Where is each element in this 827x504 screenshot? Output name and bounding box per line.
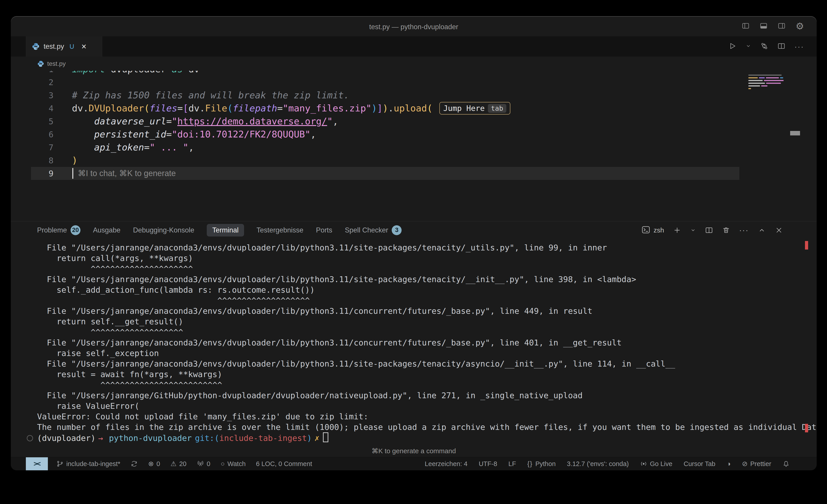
tab-test-py[interactable]: test.py U ×	[26, 37, 102, 57]
panel-tab-ports[interactable]: Ports	[316, 226, 332, 234]
status-theme-toggle[interactable]: ◑	[727, 460, 731, 467]
terminal-row: ^^^^^^^^^^^^^^^^^^^^^^^^^	[37, 380, 796, 390]
status-label: Watch	[228, 460, 246, 467]
status-ports[interactable]: 0	[197, 460, 210, 467]
layout-panel-icon[interactable]	[760, 22, 768, 31]
split-terminal-icon[interactable]	[705, 226, 713, 234]
code-line-3: 3# Zip has 1500 files and will break the…	[11, 89, 817, 102]
status-label: LF	[508, 460, 516, 467]
theme-icon: ◑	[727, 460, 731, 467]
line-number: 9	[11, 169, 53, 178]
titlebar: test.py — python-dvuploader ⚙	[11, 16, 817, 37]
terminal-content[interactable]: File "/Users/janrange/anaconda3/envs/dvu…	[37, 242, 796, 443]
terminal-error-marker	[805, 424, 808, 432]
code-line-4: 4dv.DVUploader(files=[dv.File(filepath="…	[11, 102, 817, 115]
status-label: include-tab-ingest*	[66, 460, 120, 467]
gear-icon[interactable]: ⚙	[795, 21, 804, 31]
terminal-row: File "/Users/janrange/anaconda3/envs/dvu…	[37, 337, 796, 348]
terminal-error-marker	[805, 241, 808, 249]
remote-icon: ><	[34, 460, 40, 467]
run-icon[interactable]	[728, 42, 736, 51]
breadcrumb-label: test.py	[47, 60, 66, 67]
jump-here-badge[interactable]: Jump Heretab	[439, 102, 510, 115]
breadcrumb[interactable]: test.py	[11, 57, 817, 71]
panel: Probleme20AusgabeDebugging-KonsoleTermin…	[11, 221, 817, 457]
status-warnings[interactable]: ⚠20	[171, 460, 186, 467]
layout-sidebar-left-icon[interactable]	[742, 22, 750, 31]
diff-icon[interactable]	[760, 42, 768, 51]
terminal-row: File "/Users/janrange/anaconda3/envs/dvu…	[37, 242, 796, 253]
close-icon[interactable]: ×	[81, 42, 86, 51]
terminal-row: File "/Users/janrange/anaconda3/envs/dvu…	[37, 306, 796, 316]
terminal-row: result = await fn(*args, **kwargs)	[37, 369, 796, 380]
status-eol[interactable]: LF	[508, 460, 516, 467]
terminal-row: raise self._exception	[37, 348, 796, 358]
code-line-6: 6 persistent_id="doi:10.70122/FK2/8QUQUB…	[11, 128, 817, 141]
panel-header: Probleme20AusgabeDebugging-KonsoleTermin…	[11, 221, 817, 239]
line-number: 6	[11, 130, 53, 139]
tabbar: test.py U × ···	[11, 37, 817, 57]
status-sync[interactable]	[131, 460, 138, 467]
terminal-row: return call(*args, **kwargs)	[37, 253, 796, 264]
terminal-row: ^^^^^^^^^^^^^^^^^^^	[37, 295, 796, 306]
statusbar-right: Leerzeichen: 4UTF-8LF{}Python3.12.7 ('en…	[425, 460, 790, 467]
editor[interactable]: 1import dvuploader as dv23# Zip has 1500…	[11, 57, 817, 221]
status-errors[interactable]: ⊗0	[148, 460, 160, 467]
status-notifications[interactable]	[782, 460, 790, 467]
line-number: 2	[11, 78, 53, 87]
code-line-5: 5 dataverse_url="https://demo.dataverse.…	[11, 115, 817, 128]
statusbar: >< include-tab-ingest*⊗0⚠200○Watch6 LOC,…	[11, 457, 817, 470]
braces-icon: {}	[527, 460, 533, 467]
terminal-row: File "/Users/janrange/anaconda3/envs/dvu…	[37, 358, 796, 369]
status-label: Cursor Tab	[684, 460, 715, 467]
status-indentation[interactable]: Leerzeichen: 4	[425, 460, 468, 467]
panel-tab-probleme[interactable]: Probleme20	[37, 225, 81, 235]
panel-tab-terminal[interactable]: Terminal	[207, 224, 244, 236]
panel-tab-debugging-konsole[interactable]: Debugging-Konsole	[133, 226, 194, 234]
branch-icon	[56, 460, 63, 467]
prettier-icon: ⊘	[742, 460, 747, 467]
status-cursor-tab[interactable]: Cursor Tab	[684, 460, 715, 467]
panel-tab-testergebnisse[interactable]: Testergebnisse	[257, 226, 304, 234]
status-language[interactable]: {}Python	[527, 460, 555, 467]
status-label: Leerzeichen: 4	[425, 460, 468, 467]
layout-sidebar-right-icon[interactable]	[778, 22, 786, 31]
badge: 20	[70, 225, 81, 235]
terminal-row: ^^^^^^^^^^^^^^^^^^^^^	[37, 264, 796, 274]
prompt-decoration-icon	[27, 435, 33, 441]
more-actions-icon[interactable]: ···	[739, 226, 749, 234]
bell-icon	[782, 460, 790, 467]
terminal-row: self._add_action_func(lambda rs: rs.outc…	[37, 285, 796, 295]
terminal-row: The number of files in the zip archive i…	[37, 422, 796, 432]
chevron-down-icon[interactable]	[690, 227, 696, 233]
code-line-2: 2	[11, 76, 817, 89]
status-encoding[interactable]: UTF-8	[479, 460, 497, 467]
more-actions-icon[interactable]: ···	[794, 42, 804, 51]
chevron-down-icon[interactable]	[745, 43, 751, 50]
close-icon[interactable]	[775, 226, 783, 234]
status-watch[interactable]: ○Watch	[221, 460, 246, 467]
status-prettier[interactable]: ⊘Prettier	[742, 460, 771, 467]
terminal-row: File "/Users/janrange/GitHub/python-dvup…	[37, 390, 796, 401]
status-go-live[interactable]: Go Live	[640, 460, 672, 467]
chevron-up-icon[interactable]	[758, 226, 766, 234]
split-editor-icon[interactable]	[777, 42, 785, 51]
panel-tab-ausgabe[interactable]: Ausgabe	[93, 226, 120, 234]
active-terminal[interactable]: zsh	[641, 225, 664, 235]
status-loc-count[interactable]: 6 LOC, 0 Comment	[256, 460, 312, 467]
panel-tab-spell-checker[interactable]: Spell Checker3	[345, 225, 402, 235]
terminal-row: return self.__get_result()	[37, 316, 796, 327]
warning-icon: ⚠	[171, 460, 177, 467]
trash-icon[interactable]	[722, 226, 730, 234]
code-line-9: 9⌘I to chat, ⌘K to generate	[11, 167, 817, 180]
new-terminal-icon[interactable]	[673, 226, 681, 234]
python-icon	[37, 60, 44, 67]
golive-icon	[640, 460, 647, 467]
panel-tabs: Probleme20AusgabeDebugging-KonsoleTermin…	[37, 224, 402, 236]
status-interpreter[interactable]: 3.12.7 ('envs': conda)	[567, 460, 629, 467]
badge: 3	[392, 225, 402, 235]
python-icon	[32, 43, 40, 50]
status-branch[interactable]: include-tab-ingest*	[56, 460, 120, 467]
remote-indicator[interactable]: ><	[26, 457, 48, 470]
status-label: Python	[535, 460, 555, 467]
